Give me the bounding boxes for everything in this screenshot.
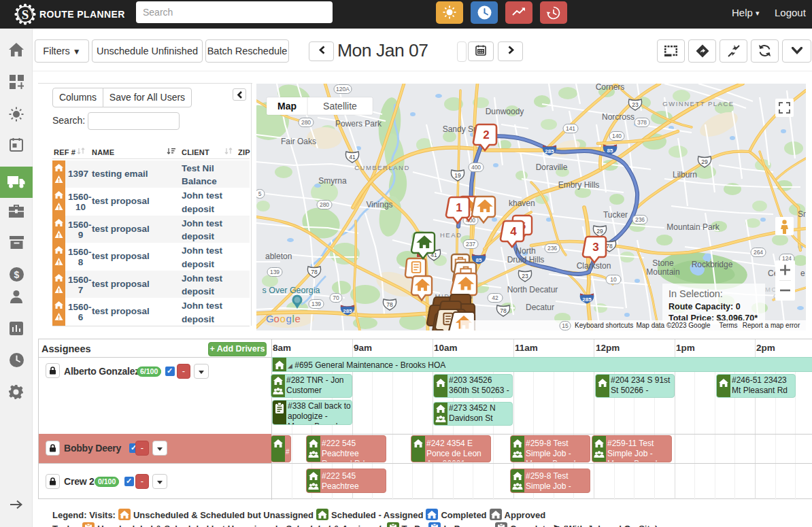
svg-text:Mountain Park: Mountain Park — [666, 222, 720, 232]
svg-text:GWINNETT PLACE: GWINNETT PLACE — [662, 100, 734, 107]
svg-text:85: 85 — [607, 148, 613, 154]
svg-text:139: 139 — [311, 301, 321, 307]
svg-text:Druid Hills: Druid Hills — [507, 255, 545, 265]
svg-text:236: 236 — [547, 245, 557, 252]
svg-text:264: 264 — [754, 249, 763, 256]
svg-text:Keyboard shortcuts: Keyboard shortcuts — [575, 322, 633, 329]
svg-text:ableton: ableton — [265, 252, 292, 261]
svg-text:4: 4 — [510, 225, 517, 238]
svg-text:o: o — [280, 313, 286, 324]
svg-text:Vinings: Vinings — [366, 200, 392, 209]
svg-text:Smyrna: Smyrna — [318, 176, 347, 186]
svg-text:Route Capacity: 0: Route Capacity: 0 — [669, 302, 741, 311]
svg-text:2: 2 — [483, 129, 489, 141]
svg-text:23: 23 — [522, 273, 528, 279]
svg-text:Embry Hills: Embry Hills — [558, 180, 600, 190]
svg-text:Rockbridge: Rockbridge — [692, 260, 733, 269]
svg-text:s Over Georgia: s Over Georgia — [263, 286, 320, 295]
svg-text:78: 78 — [500, 307, 507, 314]
svg-text:Tucker: Tucker — [603, 210, 628, 220]
svg-text:237: 237 — [466, 241, 475, 248]
svg-text:e: e — [295, 313, 301, 324]
svg-text:Mountain: Mountain — [646, 267, 679, 277]
svg-text:Corners: Corners — [596, 84, 625, 92]
svg-text:78: 78 — [311, 269, 318, 275]
svg-text:Powers Park: Powers Park — [335, 119, 382, 129]
svg-text:o: o — [274, 313, 280, 324]
svg-text:g: g — [286, 313, 292, 324]
svg-text:23: 23 — [632, 101, 639, 108]
svg-text:khaven: khaven — [509, 199, 535, 208]
svg-text:141: 141 — [566, 125, 575, 132]
svg-text:Satellite: Satellite — [323, 101, 357, 112]
svg-text:$: $ — [14, 269, 19, 280]
svg-text:70: 70 — [333, 294, 339, 301]
svg-text:HEAD: HEAD — [440, 231, 462, 239]
svg-text:285: 285 — [343, 308, 352, 314]
svg-text:S: S — [22, 7, 29, 22]
svg-text:285: 285 — [582, 296, 592, 303]
svg-text:Lilburn: Lilburn — [673, 170, 697, 180]
svg-text:Fair Oaks: Fair Oaks — [281, 137, 316, 146]
svg-text:280: 280 — [301, 119, 311, 126]
svg-text:15: 15 — [562, 322, 569, 329]
svg-text:378: 378 — [637, 119, 647, 126]
svg-text:400: 400 — [471, 164, 481, 171]
svg-text:85: 85 — [476, 257, 482, 263]
svg-text:Decatur: Decatur — [526, 303, 554, 312]
svg-text:Stone: Stone — [652, 258, 674, 268]
svg-text:Norcross: Norcross — [602, 112, 635, 122]
svg-text:29: 29 — [596, 228, 603, 235]
svg-text:29: 29 — [701, 158, 708, 165]
svg-text:280: 280 — [320, 201, 329, 208]
svg-text:19: 19 — [454, 172, 461, 179]
svg-text:41: 41 — [349, 154, 356, 160]
svg-text:Doraville: Doraville — [536, 163, 568, 172]
svg-text:Terms: Terms — [719, 322, 737, 329]
svg-text:236: 236 — [635, 216, 645, 223]
svg-text:3: 3 — [592, 241, 598, 254]
svg-text:10: 10 — [610, 276, 617, 283]
svg-text:North Decatur: North Decatur — [507, 285, 558, 294]
svg-text:G: G — [266, 313, 273, 324]
svg-text:e: e — [800, 269, 805, 278]
svg-text:Snel: Snel — [798, 209, 806, 219]
svg-text:5: 5 — [258, 190, 262, 197]
svg-text:78: 78 — [606, 243, 613, 250]
svg-text:42: 42 — [492, 294, 498, 301]
svg-text:285: 285 — [545, 148, 554, 154]
svg-text:Dunwoody: Dunwoody — [486, 107, 524, 116]
svg-text:139: 139 — [270, 269, 280, 275]
svg-text:1: 1 — [456, 201, 462, 214]
svg-text:78: 78 — [386, 301, 393, 308]
svg-text:North: North — [515, 246, 535, 256]
svg-text:Map data ©2023 Google: Map data ©2023 Google — [636, 322, 711, 329]
svg-text:140: 140 — [612, 133, 622, 139]
svg-text:l: l — [292, 313, 294, 324]
svg-text:Map: Map — [277, 101, 297, 112]
svg-text:In Selection:: In Selection: — [669, 288, 723, 299]
svg-text:Report a map error: Report a map error — [743, 322, 800, 329]
svg-text:120A: 120A — [336, 86, 350, 92]
svg-text:CUMBERLAND: CUMBERLAND — [354, 164, 410, 171]
